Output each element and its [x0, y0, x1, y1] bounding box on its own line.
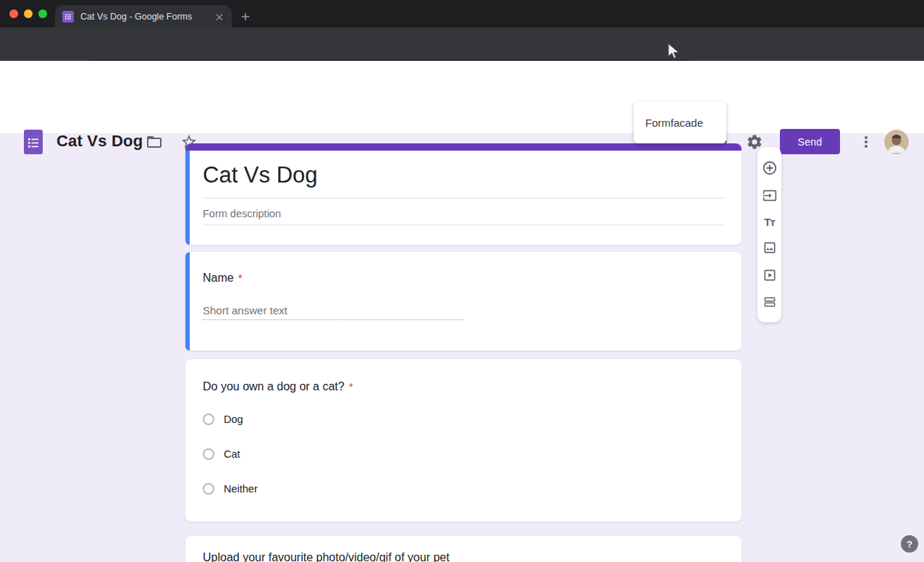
option-row-neither[interactable]: Neither	[203, 480, 258, 498]
required-asterisk: *	[349, 380, 353, 393]
more-options-icon[interactable]	[857, 133, 875, 151]
divider	[203, 225, 724, 225]
add-video-icon[interactable]	[763, 268, 777, 282]
close-window-button[interactable]	[9, 9, 18, 18]
question-side-toolbar: Tт	[757, 147, 781, 322]
new-tab-button[interactable]	[239, 10, 252, 23]
theme-color-bar	[185, 143, 742, 151]
tab-title: Cat Vs Dog - Google Forms	[80, 12, 210, 22]
browser-tab-strip: Cat Vs Dog - Google Forms	[0, 0, 924, 28]
option-label: Dog	[224, 414, 243, 425]
addon-menu-item-formfacade[interactable]: Formfacade	[645, 117, 703, 129]
mouse-cursor	[666, 42, 681, 61]
account-avatar[interactable]	[884, 130, 909, 154]
document-title[interactable]: Cat Vs Dog	[56, 132, 143, 151]
answer-underline	[203, 319, 463, 320]
forms-favicon-icon	[62, 11, 74, 22]
add-question-icon[interactable]	[762, 160, 778, 176]
question-card-upload[interactable]: Upload your favourite photo/video/gif of…	[185, 536, 742, 562]
option-row-dog[interactable]: Dog	[203, 411, 243, 428]
add-image-icon[interactable]	[763, 240, 777, 255]
divider	[203, 198, 724, 198]
import-questions-icon[interactable]	[763, 188, 777, 203]
zoom-window-button[interactable]	[38, 9, 47, 18]
option-row-cat[interactable]: Cat	[203, 445, 240, 463]
browser-tab[interactable]: Cat Vs Dog - Google Forms	[55, 5, 232, 28]
browser-toolbar: docs.google.com/forms/d/1QrEYytV662N0O5a…	[0, 28, 924, 61]
question-title: Name*	[203, 272, 243, 285]
option-label: Cat	[224, 448, 240, 460]
form-title-input[interactable]: Cat Vs Dog	[203, 162, 318, 188]
radio-icon[interactable]	[203, 448, 214, 460]
option-label: Neither	[224, 483, 258, 495]
selected-indicator	[185, 151, 190, 245]
addon-menu: Formfacade	[634, 101, 726, 143]
send-button[interactable]: Send	[780, 129, 840, 154]
google-forms-logo-icon[interactable]	[24, 130, 43, 154]
form-description-input[interactable]: Form description	[203, 208, 281, 219]
add-section-icon[interactable]	[763, 295, 777, 309]
question-title: Upload your favourite photo/video/gif of…	[203, 551, 450, 562]
tab-close-icon[interactable]	[214, 12, 224, 22]
move-folder-icon[interactable]	[146, 133, 163, 151]
add-title-icon[interactable]: Tт	[764, 216, 775, 228]
question-card-name[interactable]: Name* Short answer text	[185, 252, 742, 351]
question-card-choice[interactable]: Do you own a dog or a cat?* Dog Cat Neit…	[185, 359, 742, 521]
short-answer-placeholder[interactable]: Short answer text	[203, 304, 287, 316]
required-asterisk: *	[238, 272, 243, 284]
minimize-window-button[interactable]	[24, 9, 33, 18]
forms-app-header: Cat Vs Dog Send Questions Responses	[0, 61, 924, 133]
form-title-card[interactable]: Cat Vs Dog Form description	[185, 143, 742, 245]
radio-icon[interactable]	[203, 414, 214, 425]
selected-indicator	[185, 252, 190, 351]
help-button[interactable]: ?	[901, 535, 918, 553]
question-title: Do you own a dog or a cat?*	[203, 380, 353, 393]
radio-icon[interactable]	[203, 483, 214, 495]
